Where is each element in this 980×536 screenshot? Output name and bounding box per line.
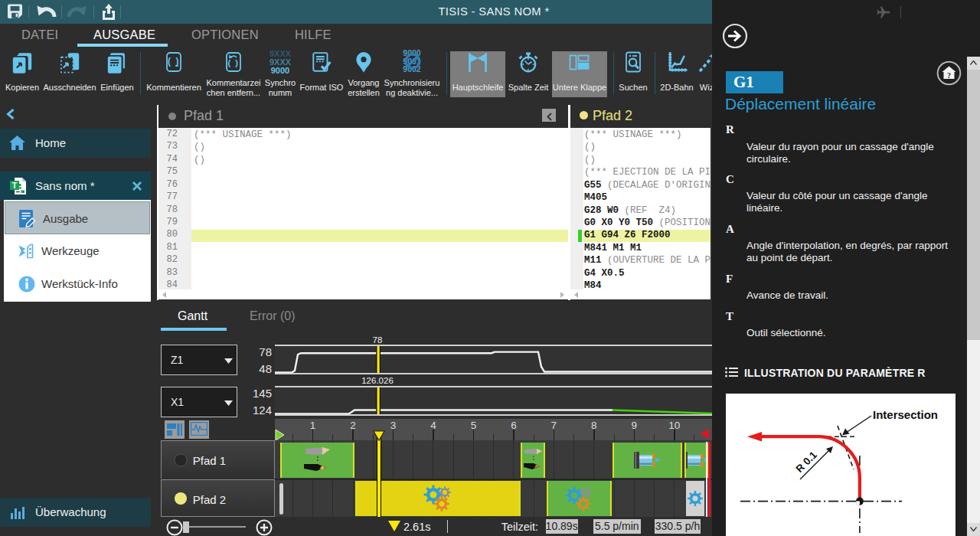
svg-text:Intersection: Intersection: [873, 408, 938, 421]
svg-text:( ): ( ): [228, 58, 240, 67]
svg-text:R 0.1: R 0.1: [793, 449, 819, 475]
svg-text:?: ?: [947, 71, 951, 80]
svg-text:T: T: [12, 181, 18, 190]
svg-text:( ): ( ): [168, 56, 180, 67]
